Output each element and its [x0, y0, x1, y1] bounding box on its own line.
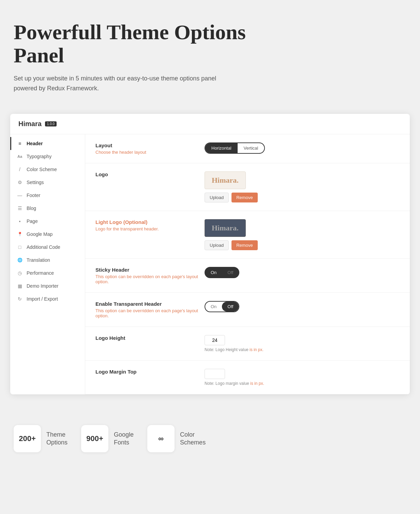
logo-margin-top-label-group: Logo Margin Top — [95, 369, 205, 376]
sidebar-label-import-export: Import / Export — [27, 296, 58, 302]
transparent-header-toggle[interactable]: On Off — [205, 301, 239, 312]
demo-importer-icon: ▦ — [17, 283, 22, 289]
light-logo-buttons: Upload Remove — [205, 240, 400, 250]
settings-icon: ⚙ — [17, 180, 22, 185]
logo-margin-top-note: Note: Logo margin value is in px. — [205, 381, 400, 386]
hero-title: Powerfull Theme Options Panel — [14, 20, 252, 67]
hero-subtitle: Set up your website in 5 minutes with ou… — [14, 74, 232, 93]
google-map-icon: 📍 — [17, 232, 22, 237]
light-logo-preview-text: Himara. — [212, 224, 239, 232]
sidebar-label-google-map: Google Map — [27, 231, 52, 237]
blog-icon: ☰ — [17, 206, 22, 211]
stat-color-schemes: ∞ ColorSchemes — [147, 425, 206, 452]
sidebar-item-google-map[interactable]: 📍 Google Map — [10, 228, 85, 241]
transparent-header-control: On Off — [205, 301, 400, 312]
sidebar-item-blog[interactable]: ☰ Blog — [10, 202, 85, 215]
sticky-header-control: On Off — [205, 267, 400, 278]
transparent-header-row: Enable Transparent Header This option ca… — [85, 293, 410, 327]
layout-row: Layout Choose the header layout Horizont… — [85, 134, 410, 163]
performance-icon: ◷ — [17, 270, 22, 276]
translation-icon: 🌐 — [17, 258, 22, 262]
layout-description: Choose the header layout — [95, 150, 205, 155]
logo-preview: Himara. — [205, 171, 246, 189]
sidebar-label-typography: Typography — [27, 154, 51, 159]
panel-version: 1.0.0 — [45, 121, 57, 126]
sidebar-label-header: Header — [27, 141, 43, 146]
sidebar-label-settings: Settings — [27, 180, 44, 185]
footer-stats: 200+ ThemeOptions 900+ GoogleFonts ∞ Col… — [0, 408, 420, 473]
sidebar-label-demo-importer: Demo Importer — [27, 283, 58, 289]
color-scheme-icon: / — [17, 167, 22, 172]
sidebar: ≡ Header Aa Typography / Color Scheme ⚙ … — [10, 134, 85, 394]
logo-margin-top-row: Logo Margin Top Note: Logo margin value … — [85, 361, 410, 394]
logo-label: Logo — [95, 171, 205, 177]
logo-height-note: Note: Logo Height value is in px. — [205, 347, 400, 352]
stat-label-theme-options: ThemeOptions — [46, 431, 68, 447]
logo-margin-top-input[interactable] — [205, 369, 225, 379]
transparent-header-off-btn[interactable]: Off — [222, 302, 239, 312]
stat-theme-options: 200+ ThemeOptions — [14, 425, 68, 452]
sidebar-label-performance: Performance — [27, 270, 54, 276]
sidebar-label-blog: Blog — [27, 206, 36, 211]
sticky-header-row: Sticky Header This option can be overrid… — [85, 259, 410, 293]
light-logo-upload-button[interactable]: Upload — [205, 240, 229, 250]
light-logo-description: Logo for the transparent header. — [95, 226, 205, 231]
sticky-header-on-btn[interactable]: On — [205, 268, 222, 277]
stat-google-fonts: 900+ GoogleFonts — [81, 425, 134, 452]
sidebar-label-translation: Translation — [27, 257, 50, 263]
logo-height-label-group: Logo Height — [95, 335, 205, 342]
stat-badge-theme-options: 200+ — [14, 425, 41, 452]
sidebar-item-demo-importer[interactable]: ▦ Demo Importer — [10, 279, 85, 292]
logo-margin-top-control: Note: Logo margin value is in px. — [205, 369, 400, 386]
page-icon: ▪ — [17, 218, 22, 224]
layout-control: Horizontal Vertical — [205, 142, 400, 154]
transparent-header-on-btn[interactable]: On — [205, 302, 222, 312]
sidebar-item-color-scheme[interactable]: / Color Scheme — [10, 163, 85, 176]
logo-height-input[interactable] — [205, 335, 225, 345]
sticky-header-label: Sticky Header — [95, 267, 205, 273]
logo-upload-button[interactable]: Upload — [205, 193, 229, 202]
light-logo-label: Light Logo (Optional) — [95, 219, 205, 225]
sidebar-item-import-export[interactable]: ↻ Import / Export — [10, 292, 85, 305]
layout-label: Layout — [95, 142, 205, 148]
logo-label-group: Logo — [95, 171, 205, 179]
sidebar-label-additional-code: Additional Code — [27, 244, 60, 250]
sidebar-item-footer[interactable]: — Footer — [10, 189, 85, 202]
light-logo-control: Himara. Upload Remove — [205, 219, 400, 250]
stat-badge-color-schemes: ∞ — [147, 425, 175, 452]
logo-margin-top-label: Logo Margin Top — [95, 369, 205, 375]
sidebar-item-settings[interactable]: ⚙ Settings — [10, 176, 85, 189]
sidebar-item-header[interactable]: ≡ Header — [10, 137, 85, 150]
logo-height-label: Logo Height — [95, 335, 205, 341]
logo-row: Logo Himara. Upload Remove — [85, 163, 410, 211]
sticky-header-toggle[interactable]: On Off — [205, 267, 239, 278]
light-logo-remove-button[interactable]: Remove — [231, 240, 257, 250]
logo-height-control: Note: Logo Height value is in px. — [205, 335, 400, 352]
sidebar-label-page: Page — [27, 218, 38, 224]
sidebar-item-translation[interactable]: 🌐 Translation — [10, 254, 85, 267]
header-icon: ≡ — [17, 141, 22, 146]
sidebar-item-page[interactable]: ▪ Page — [10, 215, 85, 228]
sticky-header-off-btn[interactable]: Off — [222, 268, 239, 277]
logo-buttons: Upload Remove — [205, 193, 400, 202]
panel-body: ≡ Header Aa Typography / Color Scheme ⚙ … — [10, 134, 410, 394]
layout-horizontal-btn[interactable]: Horizontal — [205, 143, 238, 153]
sidebar-label-footer: Footer — [27, 193, 40, 198]
footer-icon: — — [17, 193, 22, 198]
logo-preview-text: Himara. — [212, 176, 239, 184]
additional-code-icon: □ — [17, 244, 22, 250]
sidebar-item-additional-code[interactable]: □ Additional Code — [10, 241, 85, 254]
sidebar-item-typography[interactable]: Aa Typography — [10, 150, 85, 163]
import-export-icon: ↻ — [17, 296, 22, 302]
layout-toggle[interactable]: Horizontal Vertical — [205, 142, 265, 154]
theme-panel: Himara 1.0.0 ≡ Header Aa Typography / Co… — [10, 114, 410, 394]
panel-header: Himara 1.0.0 — [10, 114, 410, 134]
sticky-header-label-group: Sticky Header This option can be overrid… — [95, 267, 205, 284]
sidebar-item-performance[interactable]: ◷ Performance — [10, 267, 85, 279]
main-content: Layout Choose the header layout Horizont… — [85, 134, 410, 394]
logo-remove-button[interactable]: Remove — [231, 193, 257, 202]
transparent-header-label: Enable Transparent Header — [95, 301, 205, 307]
typography-icon: Aa — [17, 154, 22, 158]
transparent-header-description: This option can be overridden on each pa… — [95, 308, 205, 318]
layout-vertical-btn[interactable]: Vertical — [238, 143, 265, 153]
